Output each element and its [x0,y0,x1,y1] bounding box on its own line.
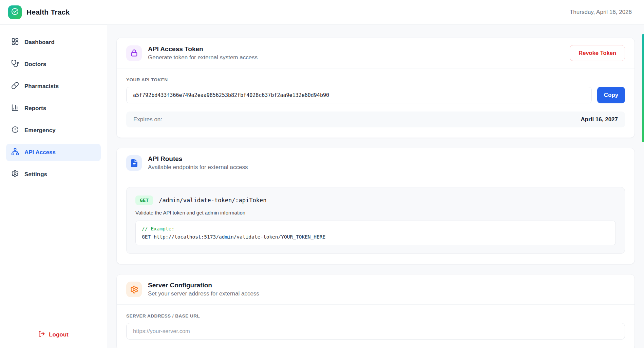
api-routes-card: API Routes Available endpoints for exter… [116,148,635,264]
bar-chart-icon [11,104,19,113]
sidebar-item-api-access[interactable]: API Access [6,144,101,161]
page-content: API Access Token Generate token for exte… [107,25,644,348]
card-subtitle: Set your server address for external acc… [148,290,259,297]
sidebar-item-label: Doctors [24,61,46,68]
server-address-input[interactable] [126,323,625,340]
stethoscope-icon [11,60,19,69]
route-description: Validate the API token and get admin inf… [135,210,616,216]
alert-circle-icon [11,126,19,135]
sidebar-item-label: Reports [24,105,46,112]
sidebar-item-emergency[interactable]: Emergency [6,122,101,139]
sidebar-nav: Dashboard Doctors Pharmacists Reports Em… [0,25,107,192]
sidebar-item-dashboard[interactable]: Dashboard [6,34,101,51]
expires-date: April 16, 2027 [581,116,618,123]
sidebar-item-label: Dashboard [24,39,55,46]
sidebar-item-label: Pharmacists [24,83,59,90]
pill-icon [11,82,19,91]
top-bar: Thursday, April 16, 2026 [107,0,644,25]
token-expiry-row: Expires on: April 16, 2027 [126,111,625,127]
api-token-input[interactable] [126,87,592,103]
server-config-card: Server Configuration Set your server add… [116,274,635,348]
card-title: API Access Token [148,45,258,53]
http-method-badge: GET [135,196,153,205]
api-token-card: API Access Token Generate token for exte… [116,38,635,138]
card-title: Server Configuration [148,282,259,289]
route-path: /admin/validate-token/:apiToken [159,197,266,204]
current-date: Thursday, April 16, 2026 [570,9,632,16]
logout-button[interactable]: Logout [38,330,69,339]
server-address-label: SERVER ADDRESS / BASE URL [126,313,625,319]
network-icon [11,148,19,157]
sidebar-item-settings[interactable]: Settings [6,166,101,183]
sidebar-item-label: Emergency [24,127,56,134]
main-area: Thursday, April 16, 2026 API Access Toke… [107,0,644,348]
card-subtitle: Available endpoints for external access [148,164,248,171]
expires-label: Expires on: [133,116,162,123]
check-circle-icon [11,7,19,17]
logout-label: Logout [49,331,69,338]
server-config-card-header: Server Configuration Set your server add… [117,274,634,305]
dashboard-grid-icon [11,38,19,47]
file-text-icon [126,155,142,171]
app-logo [8,5,22,19]
sidebar: Health Track Dashboard Doctors Pharmacis… [0,0,107,348]
api-token-card-header: API Access Token Generate token for exte… [117,38,634,68]
code-line: GET http://localhost:5173/admin/validate… [142,233,609,241]
sidebar-item-label: API Access [24,149,56,156]
app-title: Health Track [26,8,70,16]
lock-icon [126,45,142,61]
revoke-token-button[interactable]: Revoke Token [570,45,625,61]
card-subtitle: Generate token for external system acces… [148,54,258,61]
copy-token-button[interactable]: Copy [597,87,625,103]
sidebar-item-doctors[interactable]: Doctors [6,56,101,73]
gear-icon [126,282,142,297]
route-example-code: // Example: GET http://localhost:5173/ad… [135,221,616,245]
route-item: GET /admin/validate-token/:apiToken Vali… [126,187,625,254]
gear-icon [11,170,19,179]
sidebar-header: Health Track [0,0,107,25]
sidebar-item-pharmacists[interactable]: Pharmacists [6,78,101,95]
scrollbar-thumb[interactable] [642,34,644,142]
api-routes-card-header: API Routes Available endpoints for exter… [117,148,634,178]
sidebar-item-label: Settings [24,171,47,178]
sidebar-item-reports[interactable]: Reports [6,100,101,117]
card-title: API Routes [148,155,248,163]
code-comment: // Example: [142,225,609,232]
sidebar-footer: Logout [0,321,107,348]
api-token-label: YOUR API TOKEN [126,77,625,82]
logout-icon [38,330,45,339]
